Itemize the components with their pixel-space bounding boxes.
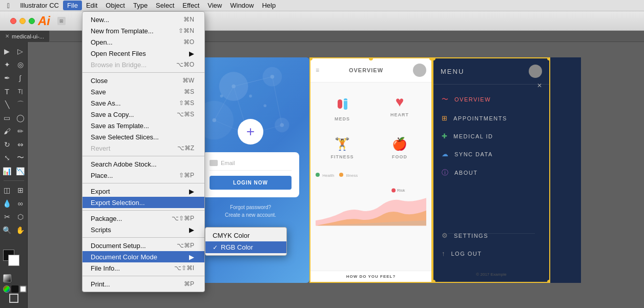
close-menu-icon[interactable]: ✕ [537, 82, 542, 89]
file-open-recent[interactable]: Open Recent Files ▶ [82, 48, 204, 59]
none-stroke[interactable] [19, 285, 27, 293]
file-scripts[interactable]: Scripts ▶ [82, 224, 204, 235]
file-new[interactable]: New... ⌘N [82, 14, 204, 25]
file-close[interactable]: Close ⌘W [82, 75, 204, 86]
file-color-mode-arrow: ▶ [189, 253, 194, 261]
type-tool-icon[interactable]: T [1, 85, 13, 97]
menu-window[interactable]: Window [226, 1, 258, 10]
file-export-selection[interactable]: Export Selection... [82, 197, 204, 208]
menu-help[interactable]: Help [258, 1, 280, 10]
scale-icon[interactable]: ⤡ [1, 152, 13, 164]
file-save-slices[interactable]: Save Selected Slices... [82, 131, 204, 142]
rect-tool-icon[interactable]: ▭ [1, 112, 13, 124]
scissors-icon[interactable]: ✂ [1, 211, 13, 223]
tab-close-icon[interactable]: ✕ [5, 33, 9, 39]
menu-illustrator[interactable]: Illustrator CC [16, 1, 63, 10]
bar-graph-icon[interactable]: 📉 [14, 165, 27, 177]
login-button[interactable]: LOGIN NOW [210, 176, 292, 190]
eyedropper-icon[interactable]: 💧 [1, 197, 13, 210]
rotate-icon[interactable]: ↻ [1, 138, 13, 151]
hand-icon[interactable]: ✋ [14, 224, 27, 236]
none-indicator[interactable] [11, 285, 18, 293]
user-avatar[interactable] [413, 64, 426, 77]
food-card[interactable]: 🍎 FOOD [373, 130, 426, 163]
file-info[interactable]: File Info... ⌥⇧⌘I [82, 262, 204, 274]
color-selector[interactable] [3, 250, 23, 269]
warp-icon[interactable]: 〜 [14, 152, 27, 164]
reflect-icon[interactable]: ⇔ [14, 138, 27, 151]
menu-sync-item[interactable]: ☁ SYNC DATA [433, 145, 549, 163]
file-new-template[interactable]: New from Template... ⇧⌘N [82, 25, 204, 36]
menu-medical-id-item[interactable]: ✚ MEDICAL ID [433, 127, 549, 145]
arc-tool-icon[interactable]: ⌒ [14, 98, 27, 111]
file-open[interactable]: Open... ⌘O [82, 36, 204, 48]
chart-legend: Health Illness [316, 173, 426, 178]
background-color[interactable] [8, 255, 19, 266]
minimize-button[interactable] [19, 18, 26, 24]
expand-button[interactable]: ⊞ [57, 17, 66, 25]
heart-card[interactable]: ♥ HEART [373, 88, 426, 126]
file-browse-shortcut: ⌥⌘O [176, 61, 194, 68]
settings-menu-item[interactable]: ⚙ SETTINGS [433, 227, 549, 244]
menu-effect[interactable]: Effect [178, 1, 203, 10]
magic-wand-icon[interactable]: ✦ [1, 58, 13, 71]
logout-menu-item[interactable]: ↑ LOG OUT [433, 244, 549, 262]
pencil-icon[interactable]: ✏ [14, 125, 27, 137]
file-save[interactable]: Save ⌘S [82, 86, 204, 97]
menu-type[interactable]: Type [129, 1, 152, 10]
swap-colors-icon[interactable] [3, 274, 11, 282]
zoom-icon[interactable]: 🔍 [1, 224, 13, 236]
create-account-link[interactable]: Create a new account. [225, 212, 276, 218]
file-search-stock[interactable]: Search Adobe Stock... [82, 158, 204, 170]
file-color-mode[interactable]: Document Color Mode ▶ [82, 251, 204, 262]
mesh-tool-icon[interactable]: ⊞ [14, 184, 27, 196]
apple-menu[interactable]:  [3, 1, 14, 11]
close-button[interactable] [10, 18, 16, 24]
selection-tool-icon[interactable]: ▶ [1, 45, 13, 57]
menu-file[interactable]: File [63, 1, 82, 10]
menu-view[interactable]: View [203, 1, 226, 10]
hamburger-icon[interactable]: ≡ [316, 67, 319, 74]
file-export[interactable]: Export ▶ [82, 186, 204, 197]
gradient-indicator[interactable] [3, 285, 10, 293]
menu-screen-title: MENU [441, 68, 464, 75]
menu-select[interactable]: Select [152, 1, 178, 10]
file-open-label: Open... [91, 38, 113, 46]
file-place[interactable]: Place... ⇧⌘P [82, 170, 204, 181]
file-menu[interactable]: New... ⌘N New from Template... ⇧⌘N Open.… [82, 11, 205, 292]
email-field[interactable]: Email [210, 160, 292, 171]
column-graph-icon[interactable]: 📊 [1, 165, 13, 177]
file-doc-setup[interactable]: Document Setup... ⌥⌘P [82, 240, 204, 251]
meds-card[interactable]: MEDS [316, 88, 369, 126]
eraser-icon[interactable]: ⬡ [14, 211, 27, 223]
medical-id-icon: ✚ [442, 132, 447, 140]
document-tab[interactable]: ✕ medical-ui-... [0, 31, 50, 42]
paintbrush-icon[interactable]: 🖌 [1, 125, 13, 137]
menu-edit[interactable]: Edit [82, 1, 101, 10]
pen-tool-icon[interactable]: ✒ [1, 72, 13, 84]
file-print[interactable]: Print... ⌘P [82, 278, 204, 290]
blend-icon[interactable]: ∞ [14, 197, 27, 210]
menu-about-item[interactable]: ⓘ ABOUT [433, 163, 549, 182]
gradient-tool-icon[interactable]: ◫ [1, 184, 13, 196]
direct-selection-icon[interactable]: ▷ [14, 45, 27, 57]
file-save-copy[interactable]: Save a Copy... ⌥⌘S [82, 109, 204, 120]
file-save-as[interactable]: Save As... ⇧⌘S [82, 97, 204, 109]
lasso-icon[interactable]: ◎ [14, 58, 27, 71]
menu-overview-item[interactable]: 〜 OVERVIEW [433, 90, 549, 109]
file-package[interactable]: Package... ⌥⇧⌘P [82, 213, 204, 224]
ellipse-tool-icon[interactable]: ◯ [14, 112, 27, 124]
touch-type-icon[interactable]: T| [14, 85, 27, 97]
line-tool-icon[interactable]: ╲ [1, 98, 13, 111]
svg-point-16 [249, 95, 252, 98]
forgot-password-link[interactable]: Forgot password? [225, 204, 276, 210]
artboard-screens: + Email LOGIN NOW Forgot password? Creat… [192, 57, 581, 283]
curve-pen-icon[interactable]: ∫ [14, 72, 27, 84]
file-save-template[interactable]: Save as Template... [82, 120, 204, 131]
plus-button[interactable]: + [238, 119, 263, 145]
maximize-button[interactable] [29, 18, 35, 24]
fitness-card[interactable]: 🏋 FITNESS [316, 130, 369, 163]
menu-appointments-item[interactable]: ⊞ APPOINTMENTS [433, 109, 549, 127]
menu-object[interactable]: Object [101, 1, 129, 10]
artboard-tool[interactable] [9, 294, 18, 303]
